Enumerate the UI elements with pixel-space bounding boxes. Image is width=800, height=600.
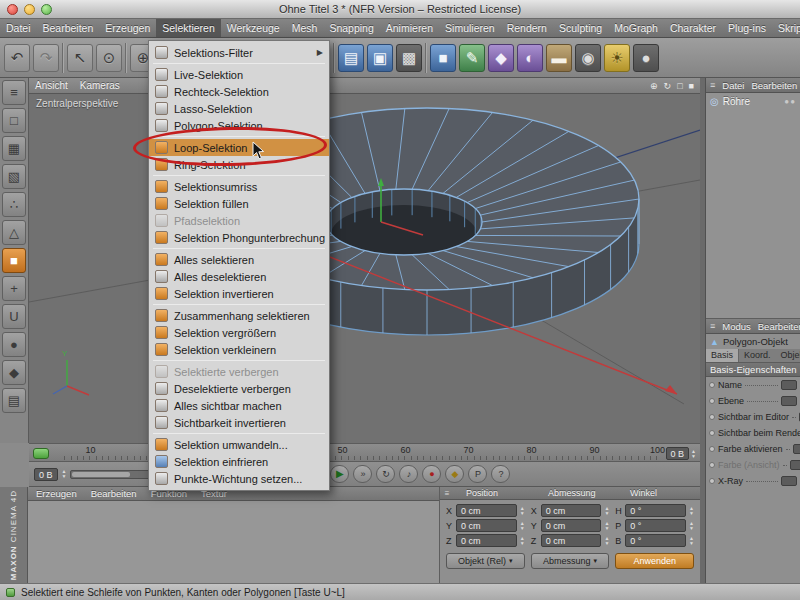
apply-button[interactable]: Anwenden <box>615 553 694 569</box>
playhead-marker[interactable] <box>33 448 49 459</box>
help-button[interactable]: ? <box>491 465 510 483</box>
section-basis-eigenschaften[interactable]: Basis-Eigenschaften <box>706 363 800 377</box>
menu-item-selektion-verkleinern[interactable]: Selektion verkleinern <box>149 341 329 358</box>
undo-icon[interactable]: ↶ <box>4 44 30 72</box>
attr-dot-icon[interactable] <box>709 462 715 468</box>
angle-b-field[interactable]: 0 ° <box>625 534 686 547</box>
add-deformer-icon[interactable]: ◐ <box>517 44 543 72</box>
position-x-field[interactable]: 0 cm <box>456 504 517 517</box>
stepper-icon[interactable]: ▲▼ <box>520 536 525 546</box>
polygons-mode-icon[interactable]: ■ <box>2 248 26 273</box>
menu-item-sichtbarkeit-invertieren[interactable]: Sichtbarkeit invertieren <box>149 414 329 431</box>
menu-item-selektion-invertieren[interactable]: Selektion invertieren <box>149 285 329 302</box>
size-dropdown-button[interactable]: Abmessung▾ <box>531 553 610 569</box>
snap-icon[interactable]: U <box>2 304 26 329</box>
scrollbar-thumb[interactable] <box>72 472 130 477</box>
tab-koord[interactable]: Koord. <box>739 349 776 362</box>
panel-menu-icon[interactable]: ≡ <box>710 321 715 331</box>
object-row-roehre[interactable]: ◎ Röhre ●● <box>706 93 800 110</box>
tab-objekt[interactable]: Objekt <box>776 349 800 362</box>
stepper-icon[interactable]: ▲▼ <box>520 506 525 516</box>
sound-button[interactable]: ♪ <box>399 465 418 483</box>
menubar-item-selektieren[interactable]: Selektieren <box>156 19 221 37</box>
close-button[interactable] <box>7 4 18 15</box>
menu-item-alles-sichtbar-machen[interactable]: Alles sichtbar machen <box>149 397 329 414</box>
add-generator-icon[interactable]: ◆ <box>488 44 514 72</box>
preferences-button[interactable]: P <box>468 465 487 483</box>
attr-dot-icon[interactable] <box>709 430 715 436</box>
render-settings-icon[interactable]: ▩ <box>396 44 422 72</box>
menubar-item-bearbeiten[interactable]: Bearbeiten <box>37 19 100 37</box>
play-button[interactable]: ▶ <box>330 465 349 483</box>
live-selection-icon[interactable]: ⊙ <box>96 44 122 72</box>
object-manager[interactable]: ◎ Röhre ●● <box>706 93 800 319</box>
add-cube-icon[interactable]: ■ <box>430 44 456 72</box>
add-material-icon[interactable]: ● <box>633 44 659 72</box>
stepper-icon[interactable]: ▲▼ <box>689 506 694 516</box>
menu-item-selektions-filter[interactable]: Selektions-Filter ▶ <box>149 44 329 61</box>
add-spline-icon[interactable]: ✎ <box>459 44 485 72</box>
menu-item-loop-selektion[interactable]: Loop-Selektion <box>149 139 329 156</box>
menubar-item-erzeugen[interactable]: Erzeugen <box>99 19 156 37</box>
menu-item-polygon-selektion[interactable]: Polygon-Selektion <box>149 117 329 134</box>
zoom-button[interactable] <box>41 4 52 15</box>
menu-item-rechteck-selektion[interactable]: Rechteck-Selektion <box>149 83 329 100</box>
attr-dot-icon[interactable] <box>709 414 715 420</box>
minimize-button[interactable] <box>24 4 35 15</box>
add-environment-icon[interactable]: ▬ <box>546 44 572 72</box>
stepper-icon[interactable]: ▲▼ <box>604 536 609 546</box>
om-menu-bearbeiten[interactable]: Bearbeiten <box>751 80 797 91</box>
menu-item-lasso-selektion[interactable]: Lasso-Selektion <box>149 100 329 117</box>
zoom-view-icon[interactable]: □ <box>677 79 682 93</box>
tab-basis[interactable]: Basis <box>706 349 739 362</box>
stepper-icon[interactable]: ▲▼ <box>604 521 609 531</box>
menu-item-selektion-einfrieren[interactable]: Selektion einfrieren <box>149 453 329 470</box>
panel-menu-icon[interactable]: ≡ <box>440 489 454 498</box>
menubar-item-werkzeuge[interactable]: Werkzeuge <box>221 19 286 37</box>
om-menu-datei[interactable]: Datei <box>722 80 744 91</box>
menu-item-phongunterbrechung[interactable]: Selektion Phongunterbrechung <box>149 229 329 246</box>
titlebar[interactable]: Ohne Titel 3 * (NFR Version – Restricted… <box>0 0 800 19</box>
am-menu-bearbeiten[interactable]: Bearbeiten <box>758 321 800 332</box>
orbit-view-icon[interactable]: ↻ <box>664 79 672 93</box>
angle-h-field[interactable]: 0 ° <box>625 504 686 517</box>
menubar-item-snapping[interactable]: Snapping <box>323 19 379 37</box>
lock-workplane-icon[interactable]: ● <box>2 332 26 357</box>
points-mode-icon[interactable]: ∴ <box>2 192 26 217</box>
stepper-icon[interactable]: ▲▼ <box>689 521 694 531</box>
viewport-3d[interactable]: Y Zentralperspektive <box>29 94 700 443</box>
attr-dot-icon[interactable] <box>709 398 715 404</box>
attr-dot-icon[interactable] <box>709 382 715 388</box>
viewport-filter-icon[interactable]: ▤ <box>2 388 26 413</box>
menubar-item-sculpting[interactable]: Sculpting <box>553 19 608 37</box>
goto-end-button[interactable]: » <box>353 465 372 483</box>
record-keyframe-button[interactable]: ● <box>422 465 441 483</box>
menu-item-selektionsumriss[interactable]: Selektionsumriss <box>149 178 329 195</box>
position-z-field[interactable]: 0 cm <box>456 534 517 547</box>
axis-tool-icon[interactable]: ◆ <box>2 360 26 385</box>
menubar-item-datei[interactable]: Datei <box>0 19 37 37</box>
autokey-button[interactable]: ◆ <box>445 465 464 483</box>
loop-playback-button[interactable]: ↻ <box>376 465 395 483</box>
mm-menu-erzeugen[interactable]: Erzeugen <box>36 488 77 499</box>
end-frame-field[interactable]: 0 B <box>666 447 690 460</box>
model-mode-icon[interactable]: □ <box>2 108 26 133</box>
attr-dot-icon[interactable] <box>709 478 715 484</box>
viewport-menu-ansicht[interactable]: Ansicht <box>35 80 68 91</box>
am-menu-modus[interactable]: Modus <box>722 321 751 332</box>
add-camera-icon[interactable]: ◉ <box>575 44 601 72</box>
menubar-item-plugins[interactable]: Plug-ins <box>722 19 772 37</box>
menu-item-punkte-wichtung[interactable]: Punkte-Wichtung setzen... <box>149 470 329 487</box>
stepper-icon[interactable]: ▲▼ <box>691 449 696 459</box>
pan-view-icon[interactable]: ⊕ <box>650 79 658 93</box>
render-picture-viewer-icon[interactable]: ▣ <box>367 44 393 72</box>
menu-item-deselektierte-verbergen[interactable]: Deselektierte verbergen <box>149 380 329 397</box>
farbe-aktivieren-checkbox[interactable] <box>793 444 800 454</box>
menubar-item-mesh[interactable]: Mesh <box>286 19 324 37</box>
visibility-dots-icon[interactable]: ●● <box>784 97 796 106</box>
mode-dropdown-button[interactable]: Objekt (Rel)▾ <box>446 553 525 569</box>
menubar-item-skript[interactable]: Skript <box>772 19 800 37</box>
menu-item-ring-selektion[interactable]: Ring-Selektion <box>149 156 329 173</box>
viewport-camera-label[interactable]: Zentralperspektive <box>36 98 118 109</box>
stepper-icon[interactable]: ▲▼ <box>62 469 67 479</box>
